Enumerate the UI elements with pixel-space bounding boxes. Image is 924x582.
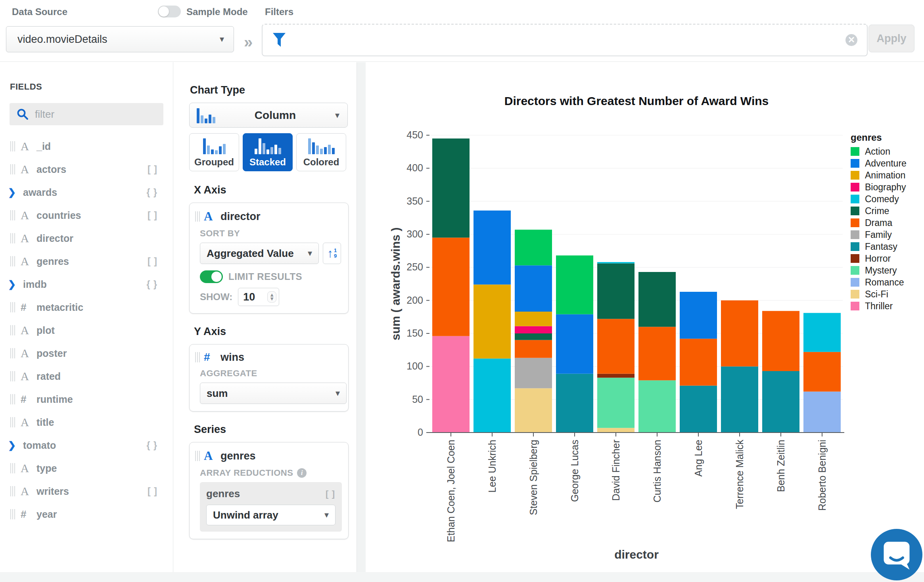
legend-swatch-Action[interactable]	[851, 147, 859, 156]
field-row-writers[interactable]: Awriters[ ]	[0, 480, 173, 503]
bar-segment-Adventure[interactable]	[474, 211, 511, 285]
y-axis-field-row[interactable]: # wins	[195, 351, 341, 364]
bar-segment-Animation[interactable]	[515, 312, 552, 326]
stepper-arrows-icon[interactable]: ▲▼	[267, 291, 276, 303]
legend-swatch-Thriller[interactable]	[851, 302, 859, 310]
legend-swatch-Sci-Fi[interactable]	[851, 290, 859, 299]
grouped-mode-button[interactable]: Grouped	[189, 133, 239, 171]
legend-swatch-Drama[interactable]	[851, 218, 859, 227]
bar-segment-Horror[interactable]	[597, 374, 635, 378]
drag-handle-icon[interactable]	[10, 463, 15, 473]
sort-by-select[interactable]: Aggregated Value ▾	[200, 243, 319, 264]
field-row-year[interactable]: #year	[0, 503, 173, 526]
drag-handle-icon[interactable]	[195, 451, 200, 461]
field-row-type[interactable]: Atype	[0, 457, 173, 480]
bar-segment-Family[interactable]	[515, 358, 552, 389]
chart-type-select[interactable]: Column ▾	[189, 103, 348, 128]
bar-segment-Drama[interactable]	[515, 340, 552, 358]
bar-segment-Drama[interactable]	[721, 301, 758, 367]
legend-swatch-Mystery[interactable]	[851, 266, 859, 275]
sample-mode-toggle[interactable]	[158, 6, 181, 17]
field-row-poster[interactable]: Aposter	[0, 342, 173, 365]
fields-search-input[interactable]	[35, 108, 168, 121]
bar-segment-Mystery[interactable]	[638, 380, 676, 433]
bar-segment-Fantasy[interactable]	[680, 386, 717, 433]
bar-segment-Romance[interactable]	[803, 392, 841, 433]
bar-segment-Crime[interactable]	[597, 263, 635, 319]
bar-segment-Crime[interactable]	[515, 333, 552, 340]
legend-swatch-Animation[interactable]	[851, 171, 859, 180]
field-row-countries[interactable]: Acountries[ ]	[0, 204, 173, 227]
bar-segment-Adventure[interactable]	[680, 292, 717, 339]
legend-swatch-Romance[interactable]	[851, 278, 859, 287]
field-row-plot[interactable]: Aplot	[0, 319, 173, 342]
bar-segment-Mystery[interactable]	[597, 378, 635, 428]
data-source-select[interactable]: video.movieDetails ▾	[6, 26, 234, 52]
drag-handle-icon[interactable]	[195, 352, 200, 362]
field-row-rated[interactable]: Arated	[0, 365, 173, 388]
apply-button[interactable]: Apply	[868, 25, 914, 52]
bar-segment-Fantasy[interactable]	[556, 374, 593, 433]
chevron-right-icon[interactable]: ❯	[7, 187, 23, 198]
drag-handle-icon[interactable]	[10, 233, 15, 243]
bar-segment-Action[interactable]	[556, 255, 593, 314]
bar-segment-Drama[interactable]	[762, 311, 799, 371]
field-row-imdb[interactable]: ❯imdb{ }	[0, 273, 173, 296]
drag-handle-icon[interactable]	[195, 211, 200, 222]
x-axis-field-row[interactable]: A director	[195, 209, 341, 224]
legend-swatch-Fantasy[interactable]	[851, 242, 859, 251]
field-row-tomato[interactable]: ❯tomato{ }	[0, 434, 173, 457]
legend-swatch-Horror[interactable]	[851, 254, 859, 263]
bar-segment-Crime[interactable]	[432, 138, 470, 237]
drag-handle-icon[interactable]	[10, 164, 15, 174]
drag-handle-icon[interactable]	[10, 348, 15, 358]
reduction-select[interactable]: Unwind array ▾	[206, 505, 335, 525]
drag-handle-icon[interactable]	[10, 210, 15, 220]
field-row-runtime[interactable]: #runtime	[0, 388, 173, 411]
field-row-title[interactable]: Atitle	[0, 411, 173, 434]
sort-direction-button[interactable]: ↑ 19	[323, 243, 341, 264]
drag-handle-icon[interactable]	[10, 417, 15, 427]
field-row-genres[interactable]: Agenres[ ]	[0, 250, 173, 273]
field-row-_id[interactable]: A_id	[0, 135, 173, 158]
field-row-metacritic[interactable]: #metacritic	[0, 296, 173, 319]
chevron-right-icon[interactable]: ❯	[7, 279, 23, 290]
bar-segment-Biography[interactable]	[515, 326, 552, 333]
collapse-chevrons-icon[interactable]: »	[244, 33, 253, 51]
bar-segment-Comedy[interactable]	[597, 262, 635, 263]
bar-segment-Fantasy[interactable]	[721, 366, 758, 433]
bar-segment-Drama[interactable]	[680, 339, 717, 385]
bar-segment-Animation[interactable]	[474, 285, 511, 359]
drag-handle-icon[interactable]	[10, 325, 15, 335]
legend-swatch-Crime[interactable]	[851, 207, 859, 215]
legend-swatch-Family[interactable]	[851, 230, 859, 239]
bar-segment-Fantasy[interactable]	[762, 371, 799, 433]
bar-segment-Drama[interactable]	[803, 352, 841, 392]
bar-segment-Thriller[interactable]	[432, 336, 470, 433]
clear-filter-icon[interactable]: ✕	[845, 34, 857, 46]
info-icon[interactable]: i	[297, 468, 307, 478]
field-row-director[interactable]: Adirector	[0, 227, 173, 250]
stacked-mode-button[interactable]: Stacked	[243, 133, 293, 171]
show-count-stepper[interactable]: ▲▼	[238, 288, 279, 306]
field-row-actors[interactable]: Aactors[ ]	[0, 158, 173, 181]
legend-swatch-Comedy[interactable]	[851, 195, 859, 203]
bar-segment-Drama[interactable]	[638, 327, 676, 380]
drag-handle-icon[interactable]	[10, 141, 15, 151]
drag-handle-icon[interactable]	[10, 371, 15, 381]
fields-search-box[interactable]	[10, 103, 163, 125]
bar-segment-Crime[interactable]	[638, 272, 676, 327]
filter-input[interactable]	[295, 34, 845, 46]
show-count-input[interactable]	[243, 291, 263, 303]
bar-segment-Comedy[interactable]	[474, 358, 511, 433]
drag-handle-icon[interactable]	[10, 486, 15, 496]
chevron-right-icon[interactable]: ❯	[7, 440, 23, 451]
bar-segment-Adventure[interactable]	[515, 265, 552, 312]
bar-segment-Drama[interactable]	[432, 237, 470, 336]
filter-bar[interactable]: ✕	[262, 24, 868, 56]
bar-segment-Sci-Fi[interactable]	[597, 428, 635, 433]
drag-handle-icon[interactable]	[10, 256, 15, 266]
bottom-scrollbar-track[interactable]	[0, 572, 924, 582]
field-row-awards[interactable]: ❯awards{ }	[0, 181, 173, 204]
legend-swatch-Adventure[interactable]	[851, 159, 859, 168]
